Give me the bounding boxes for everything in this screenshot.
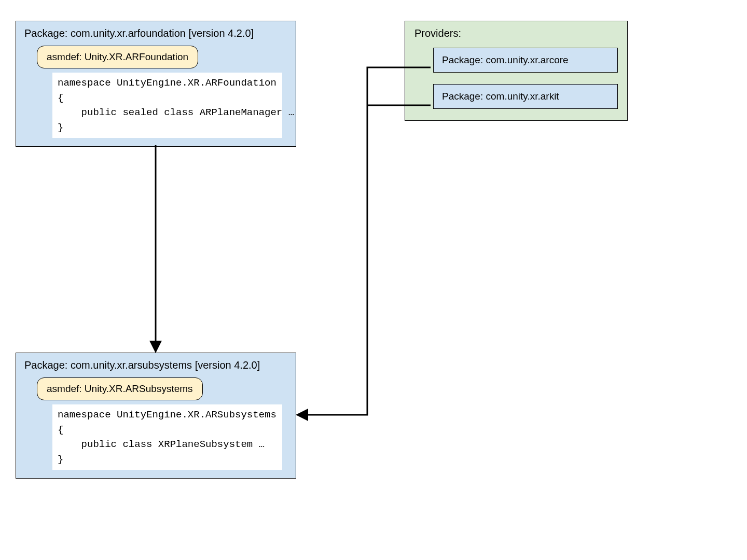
arfoundation-asmdef-label: asmdef: Unity.XR.ARFoundation: [47, 51, 188, 62]
arfoundation-asmdef-box: asmdef: Unity.XR.ARFoundation: [37, 46, 198, 68]
providers-box: Providers: Package: com.unity.xr.arcore …: [405, 21, 628, 121]
arfoundation-title: Package: com.unity.xr.arfoundation [vers…: [24, 27, 287, 39]
arsubsystems-title: Package: com.unity.xr.arsubsystems [vers…: [24, 359, 287, 371]
arsubsystems-package-box: Package: com.unity.xr.arsubsystems [vers…: [16, 353, 296, 479]
providers-title: Providers:: [414, 27, 618, 39]
arfoundation-code-box: namespace UnityEngine.XR.ARFoundation { …: [52, 73, 282, 138]
arfoundation-package-box: Package: com.unity.xr.arfoundation [vers…: [16, 21, 296, 147]
arsubsystems-asmdef-label: asmdef: Unity.XR.ARSubsystems: [47, 383, 193, 394]
provider-arcore: Package: com.unity.xr.arcore: [433, 48, 618, 73]
arsubsystems-code-box: namespace UnityEngine.XR.ARSubsystems { …: [52, 404, 282, 470]
arsubsystems-asmdef-box: asmdef: Unity.XR.ARSubsystems: [37, 377, 203, 400]
provider-arkit: Package: com.unity.xr.arkit: [433, 84, 618, 109]
